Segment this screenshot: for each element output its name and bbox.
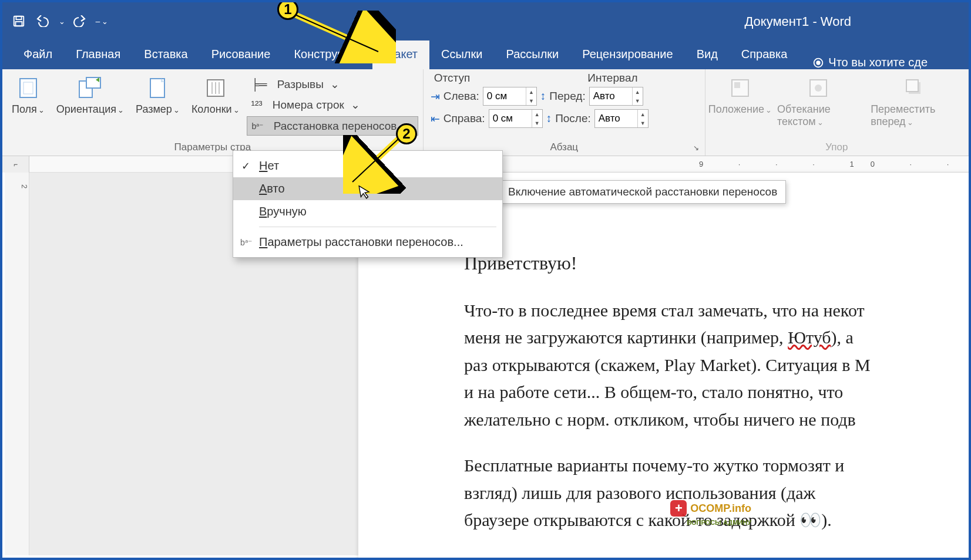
dd-item-settings[interactable]: bᵃ⁻ Параметры расстановки переносов... <box>233 231 502 254</box>
tab-mailings[interactable]: Рассылки <box>494 41 570 69</box>
indent-header: Отступ <box>434 72 470 85</box>
watermark-plus-icon: + <box>670 500 687 517</box>
position-button[interactable]: Положение <box>710 72 770 116</box>
quick-access-toolbar: ‒ <box>9 12 109 31</box>
indent-right-input[interactable]: ▲▼ <box>489 109 543 128</box>
hyphenation-button[interactable]: bᵃ⁻ Расстановка переносов ⌄ <box>247 116 418 136</box>
margins-icon <box>15 75 41 101</box>
annotation-badge-2: 2 <box>396 123 417 144</box>
tab-help[interactable]: Справка <box>730 41 799 69</box>
svg-line-21 <box>294 14 378 52</box>
spacing-header: Интервал <box>587 72 637 85</box>
tab-references[interactable]: Ссылки <box>429 41 494 69</box>
undo-dropdown[interactable] <box>56 12 66 31</box>
redo-button[interactable] <box>70 12 89 31</box>
wrap-text-icon <box>805 75 831 101</box>
ruler-vertical[interactable]: 21··1·2·3·4·5·6 <box>5 173 29 555</box>
spacing-before-input[interactable]: ▲▼ <box>589 87 643 106</box>
watermark-text: OCOMP.info <box>690 502 751 515</box>
tab-insert[interactable]: Вставка <box>132 41 199 69</box>
group-arrange: Положение Обтекание текстом Переместить … <box>705 69 969 156</box>
indent-left-label: Слева: <box>443 90 479 103</box>
spacing-after-label: После: <box>555 112 591 125</box>
orientation-icon <box>77 75 103 101</box>
annotation-arrow-2 <box>343 135 408 194</box>
svg-line-23 <box>352 139 399 182</box>
undo-button[interactable] <box>33 12 52 31</box>
indent-left-icon: ⇥ <box>431 90 440 103</box>
watermark-subtext: ВОПРОСЫ АДМИНУ <box>687 519 751 526</box>
position-icon <box>727 75 753 101</box>
tell-me-label: Что вы хотите сде <box>828 56 928 69</box>
dd-item-manual[interactable]: Вручную <box>233 200 502 223</box>
svg-rect-19 <box>906 80 918 92</box>
indent-right-label: Справа: <box>443 112 485 125</box>
group-label-arrange: Упор <box>710 139 963 154</box>
svg-point-17 <box>815 85 822 92</box>
check-icon: ✓ <box>241 160 250 173</box>
ribbon: Поля Ориентация Размер Колонки ╞═ Разрыв… <box>2 69 969 156</box>
indent-right-icon: ⇤ <box>431 112 440 126</box>
doc-heading: Приветствую! <box>464 249 971 278</box>
svg-point-4 <box>817 61 821 65</box>
tab-file[interactable]: Файл <box>12 41 64 69</box>
tell-me-search[interactable]: Что вы хотите сде <box>805 56 935 69</box>
save-button[interactable] <box>9 12 28 31</box>
breaks-icon: ╞═ <box>251 78 267 91</box>
tab-view[interactable]: Вид <box>685 41 730 69</box>
cursor-icon <box>358 183 372 200</box>
indent-left-input[interactable]: ▲▼ <box>483 87 537 106</box>
line-numbers-button[interactable]: ¹²³ Номера строк ⌄ <box>247 96 418 114</box>
spacing-after-icon: ↕ <box>546 112 552 125</box>
qat-customize[interactable]: ‒ <box>94 12 109 31</box>
ruler-v-marks: 21··1·2·3·4·5·6 <box>5 173 29 188</box>
hyphenation-icon: bᵃ⁻ <box>252 122 264 131</box>
ruler-corner[interactable]: ⌐ <box>2 156 29 173</box>
breaks-button[interactable]: ╞═ Разрывы ⌄ <box>247 75 418 93</box>
margins-button[interactable]: Поля <box>7 72 49 116</box>
columns-icon <box>203 75 229 101</box>
columns-button[interactable]: Колонки <box>187 72 244 116</box>
svg-rect-1 <box>16 16 21 20</box>
doc-paragraph-1: Что-то в последнее время стал замечать, … <box>464 297 971 434</box>
paragraph-dialog-launcher[interactable]: ↘ <box>693 144 703 153</box>
annotation-arrow-1 <box>290 11 396 63</box>
ribbon-tabs: Файл Главная Вставка Рисование Конструкт… <box>2 40 969 69</box>
bring-forward-icon <box>902 75 928 101</box>
svg-rect-15 <box>734 82 740 88</box>
title-bar: ‒ Документ1 - Word <box>2 2 969 40</box>
spacing-after-input[interactable]: ▲▼ <box>594 109 649 128</box>
bring-forward-button[interactable]: Переместить вперед <box>866 72 963 128</box>
svg-rect-5 <box>20 79 36 97</box>
tab-review[interactable]: Рецензирование <box>570 41 684 69</box>
dd-separator <box>259 227 496 227</box>
wrap-text-button[interactable]: Обтекание текстом <box>772 72 864 128</box>
tooltip-auto-hyphenation: Включение автоматической расстановки пер… <box>499 180 786 204</box>
group-paragraph: Отступ Интервал ⇥ Слева: ▲▼ ↕ Перед: ▲▼ … <box>424 69 705 156</box>
line-numbers-icon: ¹²³ <box>251 99 263 112</box>
window-title: Документ1 - Word <box>744 14 851 29</box>
tab-home[interactable]: Главная <box>64 41 132 69</box>
watermark: + OCOMP.info <box>670 500 751 517</box>
svg-rect-2 <box>16 22 22 26</box>
spacing-before-label: Перед: <box>549 90 585 103</box>
size-button[interactable]: Размер <box>131 72 184 116</box>
tab-draw[interactable]: Рисование <box>200 41 283 69</box>
orientation-button[interactable]: Ориентация <box>52 72 129 116</box>
spacing-before-icon: ↕ <box>540 90 546 103</box>
size-icon <box>145 75 170 101</box>
hyphenation-small-icon: bᵃ⁻ <box>239 238 253 247</box>
